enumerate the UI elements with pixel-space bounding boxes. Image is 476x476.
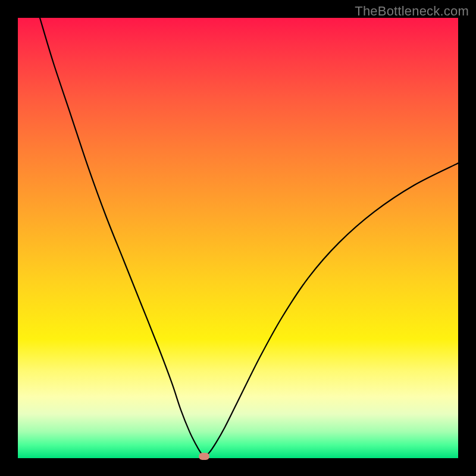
plot-area [18,18,458,458]
curve-svg [18,18,458,458]
chart-container: TheBottleneck.com [0,0,476,476]
watermark-text: TheBottleneck.com [355,4,469,19]
bottleneck-curve [40,18,458,456]
optimum-marker [199,453,209,460]
